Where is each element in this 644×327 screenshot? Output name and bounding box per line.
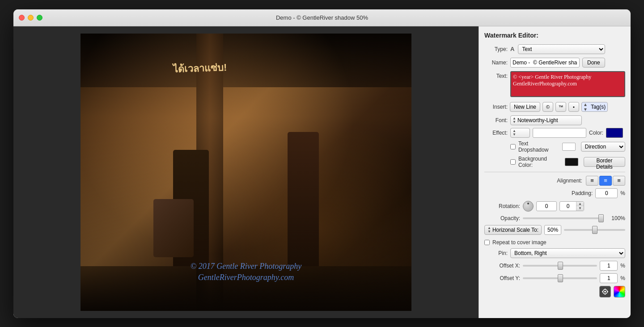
color-swatch[interactable] (606, 128, 623, 138)
insert-row: Insert: New Line © ™ • ▲▼ Tag(s) (484, 102, 625, 112)
rotation-spin-up[interactable]: ▲ (576, 202, 584, 206)
font-row: Font: ▲▼ Noteworthy-Light (484, 115, 625, 125)
opacity-row: Opacity: 100% (484, 215, 625, 221)
offsety-label: Offset Y: (484, 275, 520, 281)
padding-input[interactable] (595, 188, 618, 198)
scale-value: 50% (544, 225, 561, 235)
dropshadow-label: Text Dropshadow (518, 140, 559, 153)
border-details-button[interactable]: Border Details (584, 157, 625, 167)
effect-color-box[interactable] (533, 128, 586, 138)
font-select[interactable]: ▲▼ Noteworthy-Light (510, 115, 582, 125)
pin-label: Pin: (484, 250, 508, 256)
alignment-row: Alignment: ≡ ≡ ≡ (484, 176, 625, 186)
text-label: Text: (484, 71, 508, 79)
window-title: Demo - © GentleRiver shadow 50% (276, 14, 368, 21)
spinner-up[interactable]: ▲▼ (582, 102, 589, 112)
watermark-overlay: © 2017 Gentle River Photography GentleRi… (191, 262, 302, 284)
effect-row: Effect: ▲▼ Color: (484, 128, 625, 138)
bgcolor-label: Background Color: (518, 156, 562, 168)
pin-select[interactable]: Bottom, Right (510, 248, 625, 258)
offsety-input[interactable] (600, 273, 618, 283)
align-right-button[interactable]: ≡ (613, 176, 625, 186)
main-window: Demo - © GentleRiver shadow 50% ได้เวลาแ… (13, 9, 631, 318)
rotation-spinner[interactable]: ▲ ▼ (559, 201, 584, 211)
offsetx-input[interactable] (600, 261, 618, 271)
insert-trademark-button[interactable]: ™ (555, 102, 566, 112)
image-area: ได้เวลาแซ่บ! © 2017 Gentle River Photogr… (13, 26, 479, 318)
insert-bullet-button[interactable]: • (568, 102, 579, 112)
effect-spinner: ▲▼ (513, 129, 516, 136)
watermark-line2: GentleRiverPhotography.com (191, 273, 302, 282)
shadow-color-swatch[interactable] (562, 143, 576, 151)
target-icon-button[interactable] (599, 286, 611, 297)
panel-title: Watermark Editor: (484, 32, 625, 39)
padding-unit: % (620, 190, 625, 196)
dropshadow-checkbox[interactable] (510, 144, 516, 149)
type-label: Type: (484, 46, 508, 52)
repeat-label: Repeat to cover image (492, 239, 547, 246)
bgcolor-row: Background Color: Border Details (510, 156, 625, 168)
right-panel: Watermark Editor: Type: A Text Name: Don… (479, 26, 631, 318)
watermark-line1: © 2017 Gentle River Photography (191, 262, 302, 271)
close-button[interactable] (19, 15, 25, 21)
opacity-label: Opacity: (484, 215, 520, 221)
text-area-container: © <year> Gentle River Photography Gentle… (510, 71, 625, 98)
photo-container: ได้เวลาแซ่บ! © 2017 Gentle River Photogr… (13, 26, 479, 318)
text-input[interactable]: © <year> Gentle River Photography Gentle… (510, 71, 625, 97)
offsetx-slider[interactable] (523, 265, 597, 267)
bgcolor-checkbox[interactable] (510, 159, 516, 165)
opacity-slider[interactable] (523, 217, 604, 219)
offsetx-label: Offset X: (484, 263, 520, 269)
type-select[interactable]: Text (518, 44, 605, 54)
type-row: Type: A Text (484, 44, 625, 54)
offsetx-row: Offset X: % (484, 261, 625, 271)
done-button[interactable]: Done (582, 58, 605, 68)
rotation-knob[interactable] (523, 201, 534, 212)
offsety-slider[interactable] (523, 277, 597, 279)
scale-label-btn[interactable]: ▲▼ Horizonal Scale To: (484, 225, 542, 235)
name-row: Name: Done (484, 58, 625, 68)
opacity-slider-container (523, 215, 604, 221)
repeat-row: Repeat to cover image (484, 239, 625, 246)
rotation-spin-val[interactable] (560, 203, 576, 209)
padding-row: Padding: % (484, 188, 625, 198)
rotation-spin-down[interactable]: ▼ (576, 206, 584, 211)
insert-copyright-button[interactable]: © (542, 102, 553, 112)
bgcolor-swatch[interactable] (565, 158, 578, 166)
maximize-button[interactable] (37, 15, 42, 21)
insert-newline-button[interactable]: New Line (510, 102, 540, 112)
scale-slider[interactable] (564, 229, 625, 231)
name-label: Name: (484, 59, 508, 66)
scale-row: ▲▼ Horizonal Scale To: 50% (484, 225, 625, 235)
divider1 (484, 172, 625, 172)
bottom-icons (484, 286, 625, 297)
effect-select[interactable]: ▲▼ (510, 128, 530, 138)
minimize-button[interactable] (28, 15, 34, 21)
alignment-label: Alignment: (542, 178, 582, 184)
rotation-row: Rotation: ▲ ▼ (484, 201, 625, 212)
offsety-row: Offset Y: % (484, 273, 625, 283)
scale-label: Horizonal Scale To: (492, 227, 538, 233)
font-value: Noteworthy-Light (517, 117, 558, 123)
offsetx-unit: % (620, 263, 625, 269)
rotation-input1[interactable] (536, 201, 557, 211)
photo-sign: ได้เวลาแซ่บ! (173, 59, 227, 76)
align-left-button[interactable]: ≡ (586, 176, 598, 186)
dropshadow-row: Text Dropshadow Direction (510, 140, 625, 153)
effect-label: Effect: (484, 130, 508, 136)
type-icon: A (510, 46, 514, 52)
repeat-checkbox[interactable] (484, 240, 490, 245)
insert-label: Insert: (484, 104, 508, 110)
align-center-button[interactable]: ≡ (599, 176, 612, 186)
scale-value-text: 50% (547, 227, 558, 233)
padding-label: Padding: (552, 190, 593, 196)
direction-select[interactable]: Direction (581, 142, 625, 152)
color-wheel-icon-button[interactable] (614, 286, 625, 297)
photo-figure2 (288, 132, 319, 266)
svg-point-1 (604, 291, 606, 293)
insert-tag-button[interactable]: ▲▼ Tag(s) (581, 102, 608, 112)
name-input[interactable] (510, 58, 580, 68)
color-label: Color: (589, 130, 603, 136)
rotation-label: Rotation: (484, 203, 520, 209)
tag-label: Tag(s) (589, 104, 607, 110)
